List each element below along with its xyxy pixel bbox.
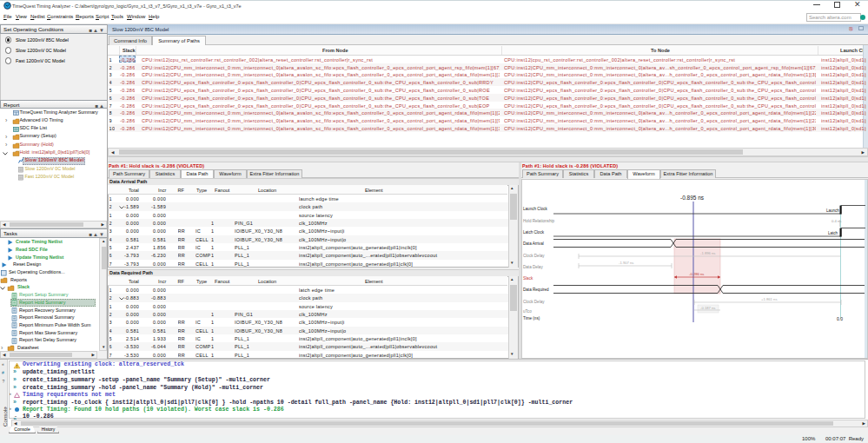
svg-text:-0.286 ns: -0.286 ns — [689, 272, 704, 276]
svg-text:-0.187 ns: -0.187 ns — [700, 306, 715, 310]
svg-text:+1.861 ns: +1.861 ns — [761, 297, 778, 301]
svg-text:-1.907 ns: -1.907 ns — [619, 261, 633, 265]
svg-text:Latch: Latch — [828, 231, 838, 235]
svg-text:-1.896 ns: -1.896 ns — [700, 251, 715, 255]
svg-text:-0.895 ns: -0.895 ns — [680, 195, 705, 201]
svg-text:0.0: 0.0 — [837, 316, 843, 321]
svg-text:Launch: Launch — [826, 208, 839, 213]
